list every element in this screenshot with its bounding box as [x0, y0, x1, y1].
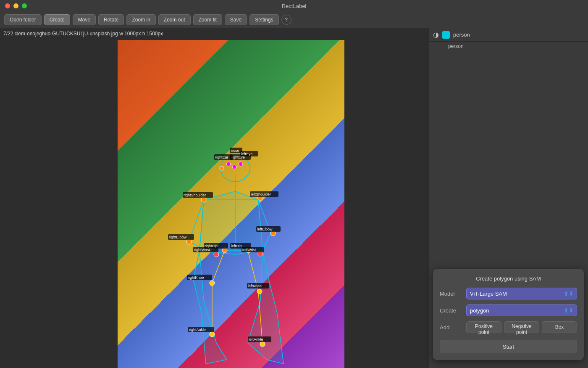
image-info: 7/22 clem-onojeghuo-GUTUCKSU1jU-unsplash… — [3, 31, 163, 37]
toolbar: Open folder Create Move Rotate Zoom in Z… — [0, 12, 588, 28]
image-container: rightEye nose rightEar leftEye rightShou… — [118, 40, 344, 368]
svg-point-29 — [210, 332, 215, 337]
label-color-swatch — [442, 31, 450, 39]
svg-text:leftHip: leftHip — [231, 244, 242, 248]
sam-add-row: Add Positive point Negative point Box — [440, 321, 577, 333]
zoom-fit-button[interactable]: Zoom fit — [193, 14, 222, 25]
open-folder-button[interactable]: Open folder — [4, 14, 42, 25]
positive-point-button[interactable]: Positive point — [466, 321, 501, 333]
close-button[interactable] — [5, 3, 10, 8]
svg-point-27 — [210, 281, 215, 286]
svg-text:rightHip: rightHip — [205, 244, 218, 248]
start-button[interactable]: Start — [440, 340, 577, 353]
canvas-area[interactable]: 7/22 clem-onojeghuo-GUTUCKSU1jU-unsplash… — [0, 28, 428, 368]
svg-point-19 — [201, 197, 206, 202]
window-controls — [5, 3, 27, 8]
main-area: 7/22 clem-onojeghuo-GUTUCKSU1jU-unsplash… — [0, 28, 588, 368]
keypoint-overlay: rightEye nose rightEar leftEye rightShou… — [118, 40, 344, 368]
svg-point-17 — [220, 166, 224, 170]
sam-dialog-title: Create polygon using SAM — [440, 275, 577, 282]
label-subitem: person — [429, 42, 588, 51]
sam-create-label: Create — [440, 307, 463, 314]
svg-point-30 — [260, 342, 265, 347]
svg-text:leftShoulder: leftShoulder — [251, 192, 271, 196]
svg-text:rightShoulder: rightShoulder — [184, 193, 206, 197]
svg-point-23 — [214, 252, 219, 257]
sam-model-label: Model — [440, 291, 463, 297]
move-button[interactable]: Move — [73, 14, 96, 25]
svg-text:rightEar: rightEar — [215, 155, 228, 159]
label-name: person — [453, 32, 470, 38]
sam-model-row: Model ViT-Large SAM ViT-Base SAM ViT-Hug… — [440, 288, 577, 299]
zoom-in-button[interactable]: Zoom in — [126, 14, 155, 25]
brightness-icon: ◑ — [433, 31, 439, 39]
settings-button[interactable]: Settings — [249, 14, 278, 25]
svg-text:leftKnee: leftKnee — [248, 284, 262, 288]
svg-text:nose: nose — [231, 148, 239, 153]
svg-text:rightKnee: rightKnee — [188, 275, 204, 280]
svg-point-21 — [186, 239, 192, 244]
sam-model-select[interactable]: ViT-Large SAM ViT-Base SAM ViT-Huge SAM — [466, 288, 577, 299]
svg-text:leftAnkle: leftAnkle — [249, 337, 263, 342]
svg-point-15 — [226, 162, 231, 166]
add-buttons-group: Positive point Negative point Box — [466, 321, 577, 333]
svg-text:rightAnkle: rightAnkle — [189, 328, 206, 332]
svg-text:leftElbow: leftElbow — [257, 227, 273, 231]
minimize-button[interactable] — [13, 3, 18, 8]
sam-model-select-wrapper: ViT-Large SAM ViT-Base SAM ViT-Huge SAM … — [466, 288, 577, 299]
right-sidebar: ◑ person person Create polygon using SAM… — [428, 28, 588, 368]
maximize-button[interactable] — [22, 3, 27, 8]
zoom-out-button[interactable]: Zoom out — [158, 14, 191, 25]
svg-point-18 — [239, 162, 243, 166]
negative-point-button[interactable]: Negative point — [504, 321, 539, 333]
create-button[interactable]: Create — [44, 14, 70, 25]
sam-create-row: Create polygon rectangle mask ⬆⬇ — [440, 304, 577, 316]
help-button[interactable]: ? — [281, 15, 291, 25]
save-button[interactable]: Save — [225, 14, 247, 25]
sam-dialog: Create polygon using SAM Model ViT-Large… — [433, 269, 584, 360]
label-header: ◑ person — [429, 28, 588, 42]
sam-add-label: Add — [440, 324, 463, 331]
svg-text:rightElbow: rightElbow — [169, 235, 187, 239]
svg-point-28 — [257, 289, 262, 294]
sam-create-select[interactable]: polygon rectangle mask — [466, 304, 577, 316]
app-title: RectLabel — [282, 3, 307, 9]
svg-point-16 — [232, 165, 236, 169]
svg-text:leftEye: leftEye — [241, 152, 253, 156]
title-bar: RectLabel — [0, 0, 588, 12]
rotate-button[interactable]: Rotate — [98, 14, 124, 25]
canvas-image[interactable]: rightEye nose rightEar leftEye rightShou… — [118, 40, 344, 368]
sam-create-select-wrapper: polygon rectangle mask ⬆⬇ — [466, 304, 577, 316]
box-button[interactable]: Box — [542, 321, 577, 333]
